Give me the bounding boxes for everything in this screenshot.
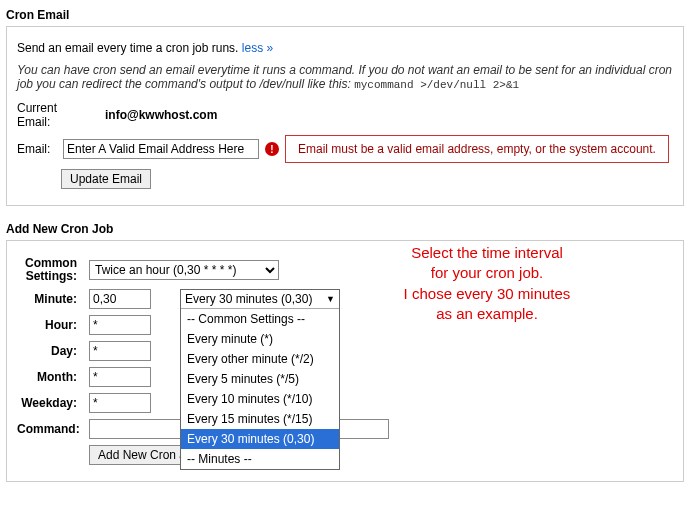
month-label: Month: <box>17 370 83 384</box>
minute-preset-option[interactable]: -- Common Settings -- <box>181 309 339 329</box>
cron-email-desc: Send an email every time a cron job runs… <box>17 41 673 55</box>
day-row: Day: ✓ <box>17 341 673 361</box>
update-row: Update Email <box>61 169 673 189</box>
month-field[interactable] <box>89 367 151 387</box>
minute-preset-option[interactable]: Every 30 minutes (0,30) <box>181 429 339 449</box>
command-label: Command: <box>17 422 83 436</box>
minute-preset-option[interactable]: -- Minutes -- <box>181 449 339 469</box>
minute-row: Minute: ✓ Every 30 minutes (0,30) ▼ -- C… <box>17 289 673 309</box>
day-field[interactable] <box>89 341 151 361</box>
current-email-label: Current Email: <box>17 101 99 129</box>
hour-label: Hour: <box>17 318 83 332</box>
update-email-button[interactable]: Update Email <box>61 169 151 189</box>
minute-preset-option[interactable]: Every 5 minutes (*/5) <box>181 369 339 389</box>
email-field[interactable] <box>63 139 259 159</box>
minute-field[interactable] <box>89 289 151 309</box>
current-email-value: info@kwwhost.com <box>105 108 217 122</box>
chevron-down-icon: ▼ <box>326 294 335 304</box>
current-email-row: Current Email: info@kwwhost.com <box>17 101 673 129</box>
add-cron-title: Add New Cron Job <box>6 220 684 240</box>
month-row: Month: ✓ <box>17 367 673 387</box>
minute-label: Minute: <box>17 292 83 306</box>
cron-email-hint: You can have cron send an email everytim… <box>17 63 673 91</box>
weekday-row: Weekday: ✓ <box>17 393 673 413</box>
cron-email-desc-text: Send an email every time a cron job runs… <box>17 41 238 55</box>
command-row: Command: <box>17 419 673 439</box>
email-label: Email: <box>17 142 57 156</box>
minute-preset-option[interactable]: Every 10 minutes (*/10) <box>181 389 339 409</box>
error-icon: ! <box>265 142 279 156</box>
minute-preset-option[interactable]: Every 15 minutes (*/15) <box>181 409 339 429</box>
common-settings-row: Common Settings: Twice an hour (0,30 * *… <box>17 257 673 283</box>
common-settings-label: Common Settings: <box>17 257 83 283</box>
hour-row: Hour: ✓ <box>17 315 673 335</box>
weekday-field[interactable] <box>89 393 151 413</box>
cron-email-hint-code: mycommand >/dev/null 2>&1 <box>354 79 519 91</box>
less-link[interactable]: less » <box>242 41 273 55</box>
weekday-label: Weekday: <box>17 396 83 410</box>
minute-preset-dropdown[interactable]: Every 30 minutes (0,30) ▼ -- Common Sett… <box>180 289 340 470</box>
cron-email-title: Cron Email <box>6 6 684 26</box>
minute-preset-header-text: Every 30 minutes (0,30) <box>185 292 312 306</box>
email-row: Email: ! Email must be a valid email add… <box>17 135 673 163</box>
day-label: Day: <box>17 344 83 358</box>
minute-preset-option[interactable]: Every minute (*) <box>181 329 339 349</box>
cron-email-panel: Send an email every time a cron job runs… <box>6 26 684 206</box>
hour-field[interactable] <box>89 315 151 335</box>
minute-preset-option[interactable]: Every other minute (*/2) <box>181 349 339 369</box>
add-cron-panel: Common Settings: Twice an hour (0,30 * *… <box>6 240 684 482</box>
minute-preset-header[interactable]: Every 30 minutes (0,30) ▼ <box>181 290 339 309</box>
common-settings-select[interactable]: Twice an hour (0,30 * * * *) <box>89 260 279 280</box>
cron-email-hint-text: You can have cron send an email everytim… <box>17 63 672 91</box>
email-error-box: Email must be a valid email address, emp… <box>285 135 669 163</box>
add-button-row: Add New Cron Job <box>89 445 673 465</box>
annotation-text: Select the time interval for your cron j… <box>357 243 617 324</box>
